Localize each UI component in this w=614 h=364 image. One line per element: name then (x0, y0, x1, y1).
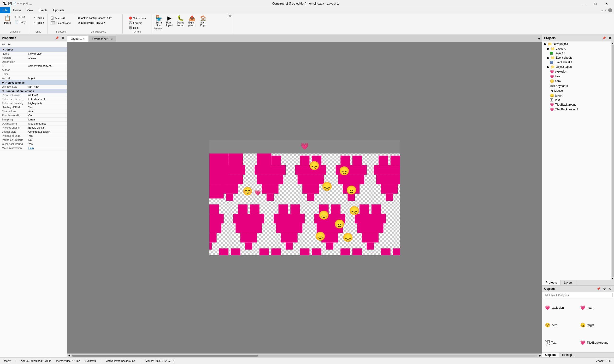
emoji-heart-1[interactable]: 💗 (254, 190, 261, 195)
projects-close-button[interactable]: ✕ (608, 36, 612, 40)
menu-events[interactable]: Events (36, 7, 50, 13)
objects-pin-button[interactable]: 📌 (596, 287, 601, 291)
tab-close-event1[interactable]: ✕ (111, 38, 113, 40)
vscroll-track[interactable] (612, 45, 614, 277)
emoji-target-7[interactable]: 😞 (334, 220, 345, 228)
debug-layout-button[interactable]: 🐛 Debuglayout (175, 15, 186, 27)
svg-rect-63 (366, 242, 374, 249)
layouts-folder-icon: 📁 (551, 47, 555, 51)
canvas-scroll[interactable]: 💗 (67, 42, 542, 353)
obj-explosion[interactable]: 💗 explosion (543, 299, 578, 316)
tree-tiledbg[interactable]: 💗 TiledBackground (542, 102, 611, 107)
obj-text[interactable]: T Text (543, 334, 578, 351)
scroll-right-btn[interactable]: ▶ (538, 354, 542, 358)
objects-close-button[interactable]: ✕ (608, 287, 612, 291)
emoji-target-6[interactable]: 😞 (349, 207, 360, 215)
menu-upgrade[interactable]: Upgrade (50, 7, 67, 13)
scirra-button[interactable]: 🔴 Scirra.com (127, 16, 148, 20)
emoji-target-8[interactable]: 😞 (315, 232, 326, 241)
maximize-button[interactable]: □ (590, 0, 601, 7)
tree-layouts[interactable]: ▶ 📁 Layouts (542, 46, 611, 51)
projects-pin-button[interactable]: 📌 (601, 36, 607, 40)
tab-projects[interactable]: Projects (542, 280, 560, 285)
tree-new-project[interactable]: ▶ 📁 New project (542, 41, 611, 46)
svg-rect-30 (374, 165, 400, 175)
obj-hero[interactable]: 😚 hero (543, 317, 578, 334)
menu-home[interactable]: Home (10, 7, 24, 13)
select-all-button[interactable]: ▪ Select All (49, 16, 72, 20)
tree-tiledbg2[interactable]: 💗 TiledBackground2 (542, 107, 611, 112)
emoji-target-3[interactable]: 😞 (322, 182, 333, 191)
tree-event-sheets[interactable]: ▶ 📁 Event sheets (542, 55, 611, 60)
prop-row-id: ID com.mycompany.m... (0, 64, 67, 68)
tree-explosion[interactable]: 💗 explosion (542, 69, 611, 74)
svg-rect-51 (286, 242, 293, 249)
start-page-button[interactable]: 🏠 StartPage (198, 15, 208, 27)
emoji-target-2[interactable]: 😞 (339, 167, 350, 175)
vscroll-up-btn[interactable]: ▲ (611, 41, 614, 44)
scirra-store-button[interactable]: 🏪 ScirraStore (154, 15, 164, 27)
tree-text[interactable]: T Text (542, 98, 611, 102)
emoji-target-1[interactable]: 😞 (309, 161, 320, 170)
undo-button[interactable]: ↩ Undo ▾ (31, 16, 46, 20)
run-layout-button[interactable]: ▶ Runlayout (165, 15, 174, 27)
properties-pin-button[interactable]: 📌 (54, 36, 60, 40)
projects-vscroll[interactable]: ▲ ▼ (611, 41, 614, 280)
vscroll-down-btn[interactable]: ▼ (611, 277, 614, 280)
tab-tilemap[interactable]: Tilemap (559, 352, 575, 357)
tree-layout1[interactable]: L Layout 1 (542, 51, 611, 55)
menu-file[interactable]: File (0, 7, 10, 13)
about-section-header[interactable]: ▼ About (0, 47, 67, 52)
displaying-button[interactable]: ⚙ Displaying: HTML5 ▾ (76, 21, 121, 25)
select-none-button[interactable]: ⬜ Select None (49, 21, 72, 25)
tab-layout1[interactable]: Layout 1 ✕ (67, 36, 88, 42)
cut-button[interactable]: ✂ ✂ Cut (14, 15, 27, 19)
forums-button[interactable]: 💬 Forums (127, 21, 148, 25)
emoji-target-4[interactable]: 😞 (346, 186, 357, 195)
tab-layers[interactable]: Layers (560, 280, 576, 285)
copy-button[interactable]: 📄 Copy (14, 20, 27, 24)
emoji-target-9[interactable]: 😞 (343, 233, 353, 242)
tree-mouse[interactable]: 🖱 Mouse (542, 88, 611, 93)
tab-close-layout1[interactable]: ✕ (83, 38, 85, 40)
objects-settings-button[interactable]: ⚙ (602, 287, 607, 291)
tab-objects[interactable]: Objects (542, 352, 559, 357)
objects-search-input[interactable] (544, 293, 613, 297)
emoji-target-5[interactable]: 😞 (319, 211, 329, 220)
config-settings-header[interactable]: ▼ Configuration Settings (0, 89, 67, 93)
canvas-hscroll[interactable]: ◀ ▶ (67, 353, 542, 357)
tab-eventsheet1[interactable]: Event sheet 1 ✕ (89, 36, 116, 42)
prop-row-webgl: Enable WebGL On (0, 114, 67, 117)
sort-alpha-button[interactable]: A↕ (7, 42, 12, 46)
emoji-hero-1[interactable]: 😚 (242, 187, 252, 195)
close-button[interactable]: ✕ (601, 0, 612, 7)
scroll-left-btn[interactable]: ◀ (67, 354, 71, 358)
debug-icon: 🐛 (177, 15, 184, 21)
properties-close-button[interactable]: ✕ (61, 36, 65, 40)
canvas-container[interactable]: 💗 (209, 140, 400, 255)
tree-keyboard[interactable]: ⌨ Keyboard (542, 84, 611, 88)
hscrollbar-thumb[interactable] (72, 355, 258, 357)
minimize-button[interactable]: — (579, 0, 590, 7)
sort-category-button[interactable]: ≡↕ (1, 42, 6, 46)
tree-target[interactable]: 😞 target (542, 93, 611, 98)
active-config-button[interactable]: ⚙ Active configurations: All ▾ (76, 16, 121, 20)
project-settings-header[interactable]: ▶ Project settings (0, 80, 67, 85)
tab-menu-button[interactable]: ▼ (537, 37, 542, 41)
tree-heart[interactable]: 💗 heart (542, 74, 611, 79)
obj-heart[interactable]: 💗 heart (578, 299, 613, 316)
obj-target[interactable]: 😞 target (578, 317, 613, 334)
help-ribbon-button[interactable]: ? Help (127, 25, 148, 30)
menu-view[interactable]: View (24, 7, 36, 13)
paste-button[interactable]: 📋 Paste (2, 15, 13, 25)
redo-button[interactable]: ↪ Redo ▾ (31, 21, 46, 25)
hero-obj-icon: 😚 (545, 323, 550, 328)
export-project-button[interactable]: 📤 Exportproject (187, 15, 197, 27)
help-link[interactable]: Help (28, 147, 65, 149)
tree-hero[interactable]: 😊 hero (542, 79, 611, 84)
tree-object-types[interactable]: ▶ 📁 Object types (542, 65, 611, 69)
hscrollbar-track[interactable] (72, 355, 537, 357)
objects-grid: 💗 explosion 💗 heart 😚 hero 😞 target T (542, 298, 614, 352)
obj-tiledbg[interactable]: 💗 TiledBackground (578, 334, 613, 351)
tree-event-sheet1[interactable]: E Event sheet 1 (542, 60, 611, 65)
